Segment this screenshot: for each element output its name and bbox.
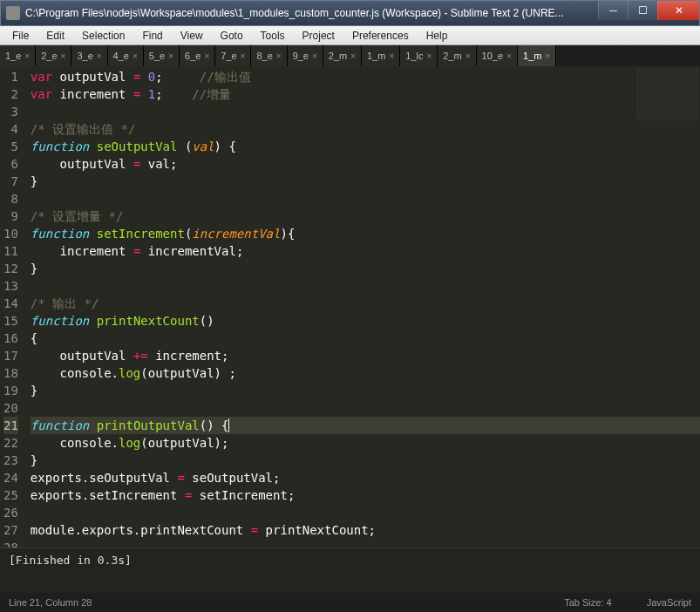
close-button[interactable]: ✕	[657, 1, 699, 20]
minimap[interactable]	[637, 68, 698, 120]
menu-view[interactable]: View	[172, 28, 212, 44]
tab-11[interactable]: 1_lc×	[400, 45, 438, 66]
code-line[interactable]: exports.setIncrement = setIncrement;	[31, 486, 700, 504]
code-line[interactable]: var outputVal = 0; //输出值	[31, 68, 700, 85]
status-cursor-position[interactable]: Line 21, Column 28	[9, 597, 564, 608]
close-icon[interactable]: ×	[276, 51, 282, 61]
close-icon[interactable]: ×	[350, 51, 356, 61]
code-line[interactable]: /* 设置增量 */	[31, 207, 700, 225]
tab-6[interactable]: 7_e×	[215, 45, 251, 66]
line-number: 5	[3, 138, 18, 155]
code-line[interactable]: module.exports.printNextCount = printNex…	[31, 521, 700, 539]
tab-label: 9_e	[293, 51, 309, 61]
menu-find[interactable]: Find	[133, 28, 171, 44]
close-icon[interactable]: ×	[241, 51, 246, 61]
menu-goto[interactable]: Goto	[212, 28, 252, 44]
code-line[interactable]: function printNextCount()	[31, 312, 700, 330]
tab-label: 7_e	[221, 51, 236, 61]
code-line[interactable]: var increment = 1; //增量	[31, 85, 700, 103]
editor[interactable]: 1234567891011121314151617181920212223242…	[0, 66, 700, 547]
tab-label: 1_lc	[405, 51, 423, 61]
tab-14[interactable]: 1_m×	[518, 45, 556, 66]
close-icon[interactable]: ×	[97, 51, 102, 61]
code-area[interactable]: var outputVal = 0; //输出值var increment = …	[27, 66, 700, 547]
menu-selection[interactable]: Selection	[73, 28, 133, 44]
code-line[interactable]: function printOutputVal() {	[31, 417, 700, 434]
close-icon[interactable]: ×	[427, 51, 432, 61]
line-number: 10	[3, 225, 18, 242]
tab-8[interactable]: 9_e×	[288, 45, 323, 66]
code-line[interactable]: function setIncrement(incrementVal){	[31, 225, 700, 242]
code-line[interactable]: console.log(outputVal) ;	[31, 364, 700, 382]
close-icon[interactable]: ×	[312, 51, 317, 61]
code-line[interactable]	[31, 399, 700, 417]
line-number: 28	[3, 539, 18, 547]
line-number: 20	[3, 399, 18, 417]
close-icon[interactable]: ×	[389, 51, 394, 61]
tab-7[interactable]: 8_e×	[251, 45, 287, 66]
line-number: 15	[3, 312, 18, 330]
code-line[interactable]: }	[31, 260, 700, 277]
close-icon[interactable]: ×	[133, 51, 138, 61]
close-icon[interactable]: ×	[24, 51, 30, 61]
tab-10[interactable]: 1_m×	[362, 45, 400, 66]
status-syntax[interactable]: JavaScript	[647, 597, 691, 608]
tab-0[interactable]: 1_e×	[0, 45, 36, 66]
code-line[interactable]	[31, 504, 700, 521]
code-line[interactable]: increment = incrementVal;	[31, 242, 700, 260]
maximize-button[interactable]: ☐	[628, 1, 657, 20]
code-line[interactable]: console.log(outputVal);	[31, 434, 700, 452]
code-line[interactable]	[31, 539, 700, 547]
menu-edit[interactable]: Edit	[37, 28, 73, 44]
tab-12[interactable]: 2_m×	[438, 45, 476, 66]
close-icon[interactable]: ×	[61, 51, 66, 61]
line-number-gutter: 1234567891011121314151617181920212223242…	[0, 66, 27, 547]
line-number: 12	[3, 260, 18, 277]
line-number: 16	[3, 330, 18, 347]
code-line[interactable]: exports.seOutputVal = seOutputVal;	[31, 469, 700, 486]
close-icon[interactable]: ×	[168, 51, 173, 61]
text-cursor	[228, 418, 229, 432]
code-line[interactable]: outputVal = val;	[31, 155, 700, 173]
tab-label: 2_e	[41, 51, 57, 61]
tab-5[interactable]: 6_e×	[180, 45, 215, 66]
minimize-button[interactable]: ─	[598, 1, 628, 20]
code-line[interactable]	[31, 103, 700, 120]
code-line[interactable]: outputVal += increment;	[31, 347, 700, 364]
line-number: 14	[3, 295, 18, 312]
menu-help[interactable]: Help	[418, 28, 457, 44]
close-icon[interactable]: ×	[466, 51, 471, 61]
code-line[interactable]: }	[31, 173, 700, 190]
tab-4[interactable]: 5_e×	[144, 45, 180, 66]
code-line[interactable]: /* 设置输出值 */	[31, 120, 700, 138]
line-number: 25	[3, 486, 18, 504]
menu-project[interactable]: Project	[294, 28, 343, 44]
close-icon[interactable]: ×	[506, 51, 512, 61]
line-number: 9	[3, 207, 18, 225]
line-number: 19	[3, 382, 18, 399]
tab-1[interactable]: 2_e×	[36, 45, 71, 66]
code-line[interactable]	[31, 190, 700, 207]
tab-label: 3_e	[77, 51, 92, 61]
window-title: C:\Program Files\nodejs\Workspace\module…	[25, 7, 598, 19]
menu-preferences[interactable]: Preferences	[343, 28, 418, 44]
tab-label: 10_e	[482, 51, 503, 61]
code-line[interactable]: function seOutputVal (val) {	[31, 138, 700, 155]
tab-9[interactable]: 2_m×	[323, 45, 362, 66]
menu-tools[interactable]: Tools	[252, 28, 294, 44]
tab-3[interactable]: 4_e×	[108, 45, 144, 66]
tab-label: 2_m	[443, 51, 461, 61]
code-line[interactable]: {	[31, 330, 700, 347]
code-line[interactable]: /* 输出 */	[31, 295, 700, 312]
code-line[interactable]: }	[31, 382, 700, 399]
close-icon[interactable]: ×	[545, 51, 550, 61]
tab-13[interactable]: 10_e×	[477, 45, 518, 66]
status-tab-size[interactable]: Tab Size: 4	[564, 597, 611, 608]
app-icon	[6, 6, 20, 20]
tab-2[interactable]: 3_e×	[71, 45, 107, 66]
close-icon[interactable]: ×	[204, 51, 209, 61]
line-number: 26	[3, 504, 18, 521]
code-line[interactable]: }	[31, 452, 700, 469]
menu-file[interactable]: File	[3, 28, 37, 44]
code-line[interactable]	[31, 277, 700, 295]
